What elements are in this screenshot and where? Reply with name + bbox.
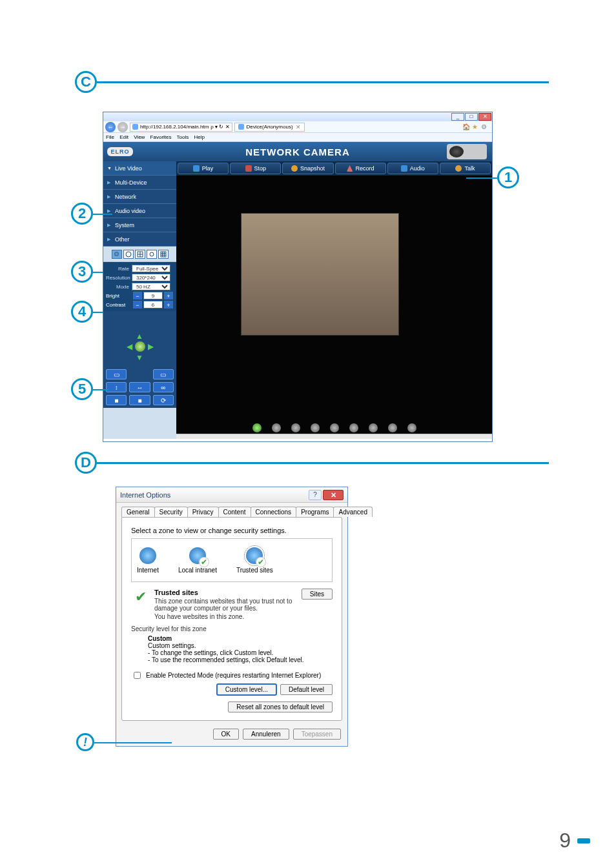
channel-dot-6[interactable] <box>349 423 358 432</box>
menu-favorites[interactable]: Favorites <box>150 134 172 140</box>
zone-trusted-sites[interactable]: Trusted sites <box>236 547 273 574</box>
channel-dot-3[interactable] <box>291 423 300 432</box>
mode-select[interactable]: 50 HZ <box>132 283 170 290</box>
channel-dot-7[interactable] <box>369 423 378 432</box>
local-intranet-icon <box>189 547 206 564</box>
sidebar-item-multi-device[interactable]: Multi-Device <box>103 176 176 190</box>
preset-horiz[interactable]: ↔ <box>129 382 150 392</box>
forward-button[interactable]: → <box>118 122 128 132</box>
preset-auto[interactable]: ⟳ <box>153 395 174 405</box>
cancel-button[interactable]: Annuleren <box>243 729 289 740</box>
contrast-minus[interactable]: − <box>133 301 142 308</box>
camera-sidebar: Live Video Multi-Device Network Audio vi… <box>103 161 176 439</box>
preset-vert[interactable]: ↕ <box>106 382 127 392</box>
bright-minus[interactable]: − <box>133 292 142 299</box>
tab-close-icon[interactable]: ✕ <box>296 123 301 131</box>
bright-plus[interactable]: + <box>164 292 173 299</box>
menu-tools[interactable]: Tools <box>177 134 189 140</box>
zone-label: Local intranet <box>178 567 217 574</box>
preset-stop2[interactable]: ■ <box>129 395 150 405</box>
back-button[interactable]: ← <box>105 122 116 132</box>
channel-dot-5[interactable] <box>330 423 339 432</box>
tab-connections[interactable]: Connections <box>251 507 297 517</box>
preset-loop[interactable]: ∞ <box>153 382 174 392</box>
layout-sel[interactable] <box>147 250 157 259</box>
zone-internet[interactable]: Internet <box>137 547 159 574</box>
zone-name: Trusted sites <box>154 589 198 596</box>
camera-illustration <box>447 144 487 159</box>
preset-2[interactable]: ▭ <box>153 369 174 379</box>
channel-dot-1[interactable] <box>252 423 262 432</box>
protected-mode-checkbox[interactable] <box>134 672 141 679</box>
sidebar-item-live-video[interactable]: Live Video <box>103 161 176 176</box>
horizontal-scrollbar[interactable] <box>176 434 492 439</box>
channel-dot-8[interactable] <box>388 423 397 432</box>
menu-view[interactable]: View <box>134 134 145 140</box>
tab-privacy[interactable]: Privacy <box>187 507 219 517</box>
menu-help[interactable]: Help <box>194 134 205 140</box>
window-minimize-button[interactable]: _ <box>451 113 464 121</box>
contrast-plus[interactable]: + <box>164 301 173 308</box>
window-maximize-button[interactable]: □ <box>465 113 478 121</box>
tab-general[interactable]: General <box>121 507 155 517</box>
record-button[interactable]: Record <box>335 163 386 174</box>
ptz-left[interactable]: ◀ <box>125 341 134 351</box>
custom-level-button[interactable]: Custom level... <box>217 684 276 695</box>
talk-button[interactable]: Talk <box>440 163 491 174</box>
tab-programs[interactable]: Programs <box>296 507 334 517</box>
tab-advanced[interactable]: Advanced <box>333 507 372 517</box>
layout-9[interactable] <box>158 250 169 259</box>
dialog-close-button[interactable]: ✕ <box>323 490 344 500</box>
stop-button[interactable]: Stop <box>230 163 281 174</box>
sidebar-menu: Live Video Multi-Device Network Audio vi… <box>103 161 176 247</box>
sidebar-item-other[interactable]: Other <box>103 232 176 247</box>
preset-stop1[interactable]: ■ <box>106 395 127 405</box>
ptz-center[interactable] <box>135 341 145 352</box>
tab-content[interactable]: Content <box>218 507 251 517</box>
trusted-sites-icon <box>246 547 263 564</box>
channel-dot-4[interactable] <box>311 423 320 432</box>
audio-button[interactable]: Audio <box>387 163 438 174</box>
home-icon[interactable]: 🏠 <box>462 123 469 130</box>
zone-local-intranet[interactable]: Local intranet <box>178 547 217 574</box>
layout-2[interactable] <box>123 250 134 259</box>
menu-edit[interactable]: Edit <box>119 134 128 140</box>
ptz-up[interactable]: ▲ <box>135 331 145 341</box>
sidebar-item-network[interactable]: Network <box>103 190 176 204</box>
page-title: NETWORK CAMERA <box>245 146 350 157</box>
default-level-button[interactable]: Default level <box>280 684 333 695</box>
channel-dot-9[interactable] <box>407 423 416 432</box>
resolution-select[interactable]: 320*240 <box>132 274 170 281</box>
apply-button[interactable]: Toepassen <box>293 729 341 740</box>
sidebar-item-system[interactable]: System <box>103 218 176 232</box>
sidebar-item-audio-video[interactable]: Audio video <box>103 204 176 218</box>
section-label-c: C <box>75 71 97 93</box>
reset-zones-button[interactable]: Reset all zones to default level <box>228 701 333 712</box>
channel-dot-2[interactable] <box>272 423 281 432</box>
browser-tab[interactable]: Device(Anonymous) ✕ <box>234 123 305 132</box>
callout-3-line <box>93 272 103 273</box>
play-button[interactable]: Play <box>178 163 229 174</box>
snapshot-icon <box>291 165 298 172</box>
favorites-icon[interactable]: ★ <box>471 123 478 130</box>
ptz-right[interactable]: ▶ <box>146 341 156 351</box>
sites-button[interactable]: Sites <box>302 589 333 600</box>
tools-icon[interactable]: ⚙ <box>480 123 488 130</box>
layout-4[interactable] <box>135 250 145 259</box>
preset-1[interactable]: ▭ <box>106 369 127 379</box>
callout-exclaim: ! <box>76 733 94 751</box>
ok-button[interactable]: OK <box>213 729 239 740</box>
zone-picker[interactable]: Internet Local intranet Trusted sites <box>131 538 333 582</box>
url-text: http://192.168.2.104/main.htm <box>140 123 209 131</box>
section-label-d: D <box>75 452 97 474</box>
window-close-button[interactable]: ✕ <box>478 113 491 121</box>
tab-security[interactable]: Security <box>154 507 188 517</box>
layout-1[interactable] <box>112 250 122 259</box>
menu-file[interactable]: File <box>106 134 114 140</box>
dialog-help-button[interactable]: ? <box>309 490 322 500</box>
ptz-down[interactable]: ▼ <box>135 352 145 362</box>
url-field[interactable]: http://192.168.2.104/main.htm ρ ▾ ↻ ✕ <box>130 123 232 132</box>
rate-select[interactable]: Full-Speed <box>132 265 170 272</box>
custom-sub: Custom settings. <box>148 642 196 649</box>
snapshot-button[interactable]: Snapshot <box>282 163 333 174</box>
